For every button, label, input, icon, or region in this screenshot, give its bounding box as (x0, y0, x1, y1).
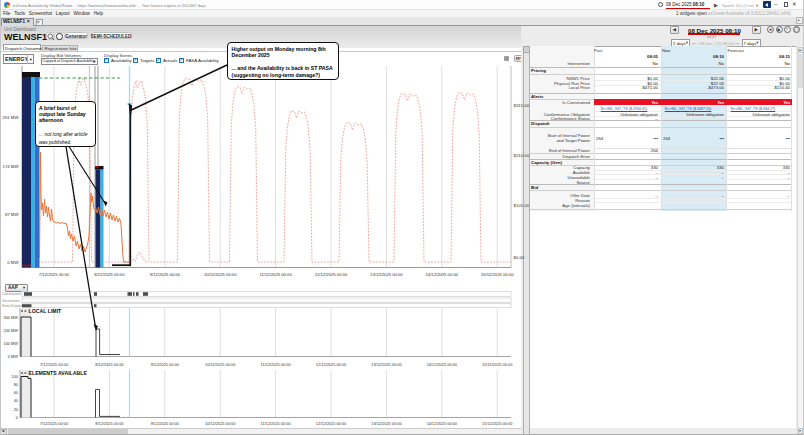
svg-text:7/12/2025 00:00: 7/12/2025 00:00 (40, 362, 69, 367)
svg-text:15/12/2025 00:00: 15/12/2025 00:00 (481, 272, 514, 277)
svg-text:14/12/2025 00:00: 14/12/2025 00:00 (427, 362, 458, 367)
svg-text:9/12/2025 00:00: 9/12/2025 00:00 (151, 362, 180, 367)
svg-text:8/12/2025 00:00: 8/12/2025 00:00 (95, 421, 124, 426)
svg-text:100 MW: 100 MW (4, 341, 19, 346)
svg-text:174 MW: 174 MW (3, 164, 20, 169)
svg-text:12/12/2025 00:00: 12/12/2025 00:00 (316, 362, 347, 367)
svg-text:13/12/2025 00:00: 13/12/2025 00:00 (370, 272, 403, 277)
svg-text:14/12/2025 00:00: 14/12/2025 00:00 (427, 421, 458, 426)
svg-text:11/12/2025 00:00: 11/12/2025 00:00 (261, 421, 292, 426)
svg-text:60: 60 (14, 390, 19, 395)
svg-text:LOCAL LIMIT: LOCAL LIMIT (29, 308, 63, 314)
svg-text:15/12/2025 00:00: 15/12/2025 00:00 (482, 362, 513, 367)
svg-text:ELEMENTS AVAILABLE: ELEMENTS AVAILABLE (29, 370, 88, 376)
svg-text:10/12/2025 00:00: 10/12/2025 00:00 (204, 272, 237, 277)
svg-text:11/12/2025 00:00: 11/12/2025 00:00 (261, 362, 292, 367)
svg-text:100: 100 (12, 374, 19, 379)
svg-text:0: 0 (16, 415, 19, 420)
svg-text:7/12/2025 00:00: 7/12/2025 00:00 (39, 272, 70, 277)
svg-text:9/12/2025 00:00: 9/12/2025 00:00 (150, 272, 181, 277)
svg-text:13/12/2025 00:00: 13/12/2025 00:00 (371, 362, 402, 367)
svg-text:13/12/2025 00:00: 13/12/2025 00:00 (371, 421, 402, 426)
svg-text:10/12/2025 00:00: 10/12/2025 00:00 (205, 362, 236, 367)
svg-text:8/12/2025 00:00: 8/12/2025 00:00 (95, 362, 124, 367)
svg-text:40: 40 (14, 398, 19, 403)
svg-text:80: 80 (14, 382, 19, 387)
svg-text:$0.00: $0.00 (514, 255, 525, 260)
svg-text:8/12/2025 00:00: 8/12/2025 00:00 (94, 272, 125, 277)
svg-text:0 MW: 0 MW (7, 260, 19, 265)
svg-text:12/12/2025 00:00: 12/12/2025 00:00 (316, 421, 347, 426)
svg-text:261 MW: 261 MW (3, 115, 20, 120)
svg-text:11/12/2025 00:00: 11/12/2025 00:00 (259, 272, 292, 277)
svg-text:12/12/2025 00:00: 12/12/2025 00:00 (315, 272, 348, 277)
svg-text:20: 20 (14, 407, 19, 412)
svg-text:7/12/2025 00:00: 7/12/2025 00:00 (40, 421, 69, 426)
svg-text:300 MW: 300 MW (4, 315, 19, 320)
svg-text:0 MW: 0 MW (8, 354, 18, 359)
svg-text:9/12/2025 00:00: 9/12/2025 00:00 (151, 421, 180, 426)
svg-text:15/12/2025 00:00: 15/12/2025 00:00 (482, 421, 513, 426)
svg-text:200 MW: 200 MW (4, 328, 19, 333)
svg-text:87 MW: 87 MW (5, 212, 20, 217)
svg-text:14/12/2025 00:00: 14/12/2025 00:00 (425, 272, 458, 277)
svg-text:10/12/2025 00:00: 10/12/2025 00:00 (205, 421, 236, 426)
